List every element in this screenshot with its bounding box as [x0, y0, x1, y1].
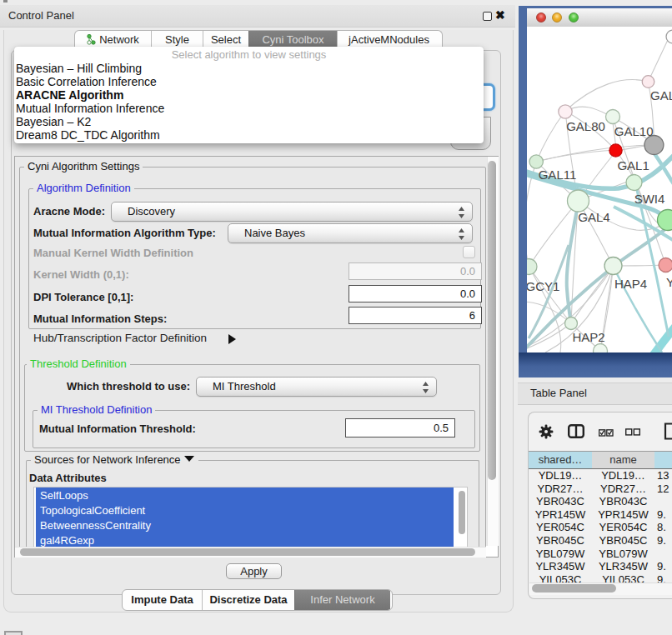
svg-text:GAL80: GAL80 [566, 119, 605, 133]
svg-text:HAP4: HAP4 [614, 277, 647, 291]
svg-text:GAL4: GAL4 [578, 210, 609, 224]
svg-text:GCY1: GCY1 [527, 279, 559, 293]
svg-text:GAL11: GAL11 [539, 168, 577, 182]
svg-text:HAP2: HAP2 [572, 330, 604, 344]
svg-text:SWI4: SWI4 [634, 192, 665, 206]
svg-text:GAL1: GAL1 [617, 158, 649, 172]
svg-text:GAL: GAL [650, 88, 672, 102]
svg-text:Y: Y [666, 275, 672, 289]
svg-text:GAL10: GAL10 [614, 124, 654, 138]
